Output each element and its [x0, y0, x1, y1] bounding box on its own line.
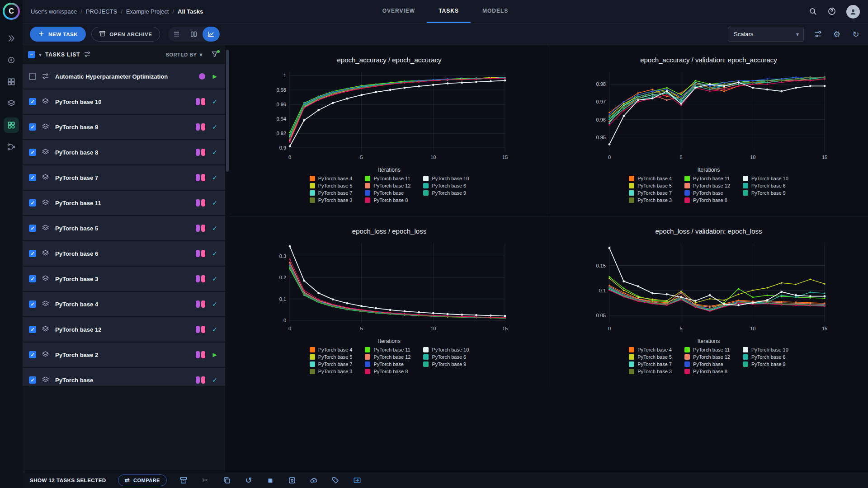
cloud-upload-icon[interactable] [309, 475, 319, 485]
tag-icon[interactable] [330, 475, 340, 485]
legend-item[interactable]: PyTorch base 3 [310, 369, 353, 374]
breadcrumb-item[interactable]: Example Project [126, 8, 169, 15]
legend-item[interactable]: PyTorch base 8 [365, 197, 410, 203]
nav-layers-icon[interactable] [4, 96, 19, 111]
task-row[interactable]: ✓PyTorch base 12✓ [23, 317, 225, 342]
legend-item[interactable]: PyTorch base 3 [629, 369, 672, 374]
user-avatar[interactable] [846, 5, 860, 19]
task-checkbox[interactable] [29, 73, 36, 80]
refresh-icon[interactable]: ↻ [851, 29, 861, 39]
gear-icon[interactable]: ⚙ [832, 29, 842, 39]
legend-item[interactable]: PyTorch base 4 [629, 176, 672, 181]
task-checkbox[interactable]: ✓ [29, 199, 36, 206]
select-all-chevron-icon[interactable]: ▾ [39, 52, 42, 58]
table-view-button[interactable] [168, 27, 185, 42]
task-row[interactable]: Automatic Hyperparameter Optimization▶ [23, 64, 225, 89]
move-to-icon[interactable] [352, 475, 362, 485]
help-icon[interactable] [827, 7, 837, 17]
legend-item[interactable]: PyTorch base 12 [365, 183, 410, 188]
task-checkbox[interactable]: ✓ [29, 98, 36, 105]
new-task-button[interactable]: NEW TASK [30, 27, 86, 42]
filter-icon[interactable] [211, 50, 220, 59]
legend-item[interactable]: PyTorch base 6 [743, 183, 788, 188]
tab-tasks[interactable]: TASKS [427, 0, 471, 23]
legend-item[interactable]: PyTorch base 5 [629, 354, 672, 360]
legend-item[interactable]: PyTorch base 5 [310, 354, 353, 360]
clone-icon[interactable] [222, 475, 232, 485]
nav-pipeline-icon[interactable] [4, 139, 19, 155]
legend-item[interactable]: PyTorch base 9 [423, 190, 469, 196]
legend-item[interactable]: PyTorch base 6 [423, 354, 469, 360]
task-checkbox[interactable]: ✓ [29, 300, 36, 308]
task-row[interactable]: ✓PyTorch base 7✓ [23, 165, 225, 190]
chart-plot[interactable]: 0510150.90.920.940.960.981 [267, 68, 511, 166]
task-row[interactable]: ✓PyTorch base 5✓ [23, 216, 225, 240]
task-checkbox[interactable]: ✓ [29, 326, 36, 333]
legend-item[interactable]: PyTorch base 7 [629, 361, 672, 367]
legend-item[interactable]: PyTorch base [365, 361, 410, 367]
task-checkbox[interactable]: ✓ [29, 149, 36, 156]
task-row[interactable]: ✓PyTorch base 3✓ [23, 267, 225, 291]
legend-item[interactable]: PyTorch base 8 [684, 369, 730, 374]
legend-item[interactable]: PyTorch base 12 [684, 354, 730, 360]
legend-item[interactable]: PyTorch base 5 [629, 183, 672, 188]
task-row[interactable]: ✓PyTorch base 2▶ [23, 343, 225, 367]
breadcrumb-item[interactable]: PROJECTS [86, 8, 117, 15]
legend-item[interactable]: PyTorch base [684, 361, 730, 367]
task-row[interactable]: ✓PyTorch base 6✓ [23, 241, 225, 266]
legend-item[interactable]: PyTorch base 3 [629, 197, 672, 203]
legend-item[interactable]: PyTorch base 7 [629, 190, 672, 196]
selected-count-label[interactable]: SHOW 12 TASKS SELECTED [30, 478, 106, 483]
legend-item[interactable]: PyTorch base [684, 190, 730, 196]
select-all-checkbox[interactable]: − [28, 51, 35, 58]
legend-item[interactable]: PyTorch base 4 [629, 347, 672, 352]
metric-type-select[interactable]: Scalars ▾ [728, 27, 804, 42]
nav-apps-icon[interactable] [4, 117, 19, 133]
legend-item[interactable]: PyTorch base 5 [310, 183, 353, 188]
tab-models[interactable]: MODELS [471, 0, 520, 23]
legend-item[interactable]: PyTorch base 7 [310, 361, 353, 367]
legend-item[interactable]: PyTorch base 7 [310, 190, 353, 196]
task-row[interactable]: ✓PyTorch base 10✓ [23, 89, 225, 114]
chart-plot[interactable]: 05101500.10.20.3 [267, 239, 511, 337]
open-archive-button[interactable]: OPEN ARCHIVE [91, 27, 160, 42]
legend-item[interactable]: PyTorch base 8 [365, 369, 410, 374]
legend-item[interactable]: PyTorch base 3 [310, 197, 353, 203]
legend-item[interactable]: PyTorch base 10 [743, 347, 788, 352]
task-row[interactable]: ✓PyTorch base 11✓ [23, 191, 225, 215]
legend-item[interactable]: PyTorch base 10 [423, 347, 469, 352]
legend-item[interactable]: PyTorch base 9 [743, 361, 788, 367]
tab-overview[interactable]: OVERVIEW [371, 0, 427, 23]
publish-icon[interactable] [287, 475, 297, 485]
legend-item[interactable]: PyTorch base 11 [365, 347, 410, 352]
task-checkbox[interactable]: ✓ [29, 275, 36, 282]
search-icon[interactable] [808, 7, 818, 17]
legend-item[interactable]: PyTorch base 11 [684, 176, 730, 181]
legend-item[interactable]: PyTorch base 10 [743, 176, 788, 181]
task-checkbox[interactable]: ✓ [29, 376, 36, 384]
archive-icon[interactable] [179, 475, 189, 485]
task-row[interactable]: ✓PyTorch base 4✓ [23, 292, 225, 316]
compare-button[interactable]: ⇄ COMPARE [118, 474, 167, 486]
legend-item[interactable]: PyTorch base 8 [684, 197, 730, 203]
nav-chevrons-icon[interactable] [4, 31, 19, 46]
list-settings-icon[interactable] [84, 51, 92, 59]
stop-icon[interactable]: ■ [265, 475, 275, 485]
graph-settings-icon[interactable] [813, 29, 823, 39]
breadcrumb-item[interactable]: User's workspace [31, 8, 77, 15]
legend-item[interactable]: PyTorch base 11 [365, 176, 410, 181]
legend-item[interactable]: PyTorch base 9 [423, 361, 469, 367]
task-checkbox[interactable]: ✓ [29, 351, 36, 358]
task-checkbox[interactable]: ✓ [29, 123, 36, 131]
task-checkbox[interactable]: ✓ [29, 250, 36, 257]
task-checkbox[interactable]: ✓ [29, 225, 36, 232]
task-row[interactable]: ✓PyTorch base 9✓ [23, 115, 225, 139]
legend-item[interactable]: PyTorch base 6 [423, 183, 469, 188]
sorted-by-control[interactable]: SORTED BY ▾ [166, 52, 203, 58]
task-row[interactable]: ✓PyTorch base 8✓ [23, 140, 225, 164]
nav-target-icon[interactable] [4, 52, 19, 68]
legend-item[interactable]: PyTorch base 6 [743, 354, 788, 360]
nav-grid-icon[interactable] [4, 74, 19, 89]
history-icon[interactable]: ↺ [244, 475, 254, 485]
legend-item[interactable]: PyTorch base 4 [310, 176, 353, 181]
